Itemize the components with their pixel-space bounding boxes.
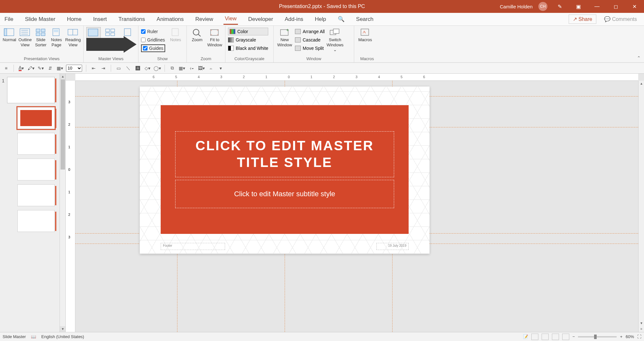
fit-to-window-icon[interactable]: ⛶	[637, 334, 641, 339]
crop-icon[interactable]: ⧉	[169, 65, 176, 72]
footer-placeholder[interactable]: Footer	[161, 243, 225, 250]
notes-toggle-icon[interactable]: 📝	[523, 334, 528, 339]
zoom-slider[interactable]	[578, 336, 617, 337]
slide-sorter-button[interactable]: Slide Sorter	[34, 27, 48, 47]
normal-view-icon[interactable]	[531, 334, 538, 340]
pen-icon[interactable]: ✎	[553, 4, 566, 10]
master-thumbnail[interactable]	[7, 77, 55, 103]
macros-button[interactable]: Macros	[357, 27, 374, 42]
switch-windows-button[interactable]: Switch Windows ⌄	[327, 27, 343, 52]
master-title-placeholder[interactable]: Click to edit Master title style	[175, 131, 394, 177]
tab-review[interactable]: Review	[194, 14, 214, 24]
tab-addins[interactable]: Add-ins	[283, 14, 305, 24]
date-placeholder[interactable]: 19 July 2019	[376, 243, 409, 250]
avatar[interactable]: CH	[538, 2, 547, 11]
tab-view[interactable]: View	[223, 14, 238, 25]
tab-transitions[interactable]: Transitions	[117, 14, 147, 24]
shape-outline-icon[interactable]: ✎▾	[37, 65, 44, 72]
user-name: Camille Holden	[500, 4, 533, 9]
distribute-icon[interactable]: ⫠	[207, 65, 214, 72]
shapes-icon[interactable]: ◇▾	[144, 65, 151, 72]
arrange-icon[interactable]: ▦▾	[56, 65, 63, 72]
oval-icon[interactable]: ◯▾	[154, 65, 161, 72]
arrange-all-button[interactable]: Arrange All	[295, 28, 325, 35]
align-icon[interactable]: ⫞▾	[188, 65, 195, 72]
layout-thumbnail-3[interactable]	[17, 159, 55, 180]
new-window-button[interactable]: +New Window	[276, 27, 293, 47]
ribbon-panel-view: Normal Outline View Slide Sorter Notes P…	[0, 26, 644, 63]
scroll-up-icon[interactable]: ▲	[639, 81, 644, 87]
horizontal-ruler[interactable]: 6 5 4 3 2 1 0 1 2 3 4 5 6	[75, 74, 638, 81]
comments-button[interactable]: 💬 Comments	[600, 15, 641, 23]
table-icon[interactable]: ▦▾	[178, 65, 185, 72]
line-icon[interactable]: ＼	[125, 65, 132, 72]
highlight-icon[interactable]: 🖍▾	[27, 65, 34, 72]
tab-file[interactable]: File	[3, 14, 14, 24]
scroll-up-icon[interactable]: ▲	[60, 74, 66, 79]
guides-checkbox[interactable]: Guides	[141, 44, 165, 52]
gridlines-checkbox[interactable]: Gridlines	[141, 36, 165, 44]
bw-button[interactable]: Black and White	[228, 44, 268, 52]
picture-icon[interactable]: 🖼▾	[198, 65, 205, 72]
tab-animations[interactable]: Animations	[155, 14, 185, 24]
share-button[interactable]: ↗ Share	[569, 14, 596, 24]
scroll-down-icon[interactable]: ▼	[639, 320, 644, 326]
font-color-icon[interactable]: A▾	[18, 65, 25, 72]
reading-view-button[interactable]: Reading View	[65, 27, 81, 47]
notes-page-button[interactable]: Notes Page	[50, 27, 63, 47]
handout-master-button[interactable]	[103, 27, 118, 37]
minimize-button[interactable]: —	[591, 4, 603, 9]
sorter-view-icon[interactable]	[542, 334, 549, 340]
align-left-icon[interactable]: ≡	[3, 65, 10, 72]
layout-thumbnail-1[interactable]	[17, 107, 55, 129]
decrease-indent-icon[interactable]: ⇤	[90, 65, 97, 72]
tab-home[interactable]: Home	[66, 14, 83, 24]
spellcheck-icon[interactable]: 📖	[31, 334, 36, 339]
maximize-button[interactable]: ◻	[609, 4, 622, 10]
svg-rect-7	[41, 29, 45, 32]
slide-canvas[interactable]: Click to edit Master title style Click t…	[140, 87, 430, 254]
fit-to-window-button[interactable]: Fit to Window	[207, 27, 223, 47]
thumbnail-scrollbar[interactable]: ▲ ▼	[60, 74, 65, 332]
notes-master-button[interactable]	[120, 27, 136, 37]
layout-thumbnail-4[interactable]	[17, 184, 55, 206]
slide-master-button[interactable]	[86, 27, 101, 46]
search-icon[interactable]: 🔍	[336, 14, 346, 24]
zoom-in-button[interactable]: +	[620, 334, 622, 339]
grayscale-button[interactable]: Grayscale	[228, 36, 268, 44]
slideshow-view-icon[interactable]	[562, 334, 569, 340]
scroll-down-icon[interactable]: ▼	[60, 326, 66, 332]
cascade-button[interactable]: Cascade	[295, 36, 325, 44]
scroll-thumb[interactable]	[61, 79, 65, 170]
zoom-button[interactable]: Zoom	[189, 27, 205, 42]
zoom-level[interactable]: 60%	[626, 334, 634, 339]
layout-thumbnail-5[interactable]	[17, 210, 55, 232]
master-subtitle-placeholder[interactable]: Click to edit Master subtitle style	[175, 180, 394, 208]
textbox-icon[interactable]: 🅰	[134, 65, 141, 72]
tab-search[interactable]: Search	[355, 14, 375, 24]
sort-icon[interactable]: ⇵	[47, 65, 54, 72]
tab-developer[interactable]: Developer	[247, 14, 275, 24]
close-button[interactable]: ✕	[628, 4, 641, 10]
tab-help[interactable]: Help	[314, 14, 327, 24]
editor-scrollbar[interactable]: ▲ ▼ ≡	[638, 81, 644, 332]
reading-view-icon[interactable]	[552, 334, 559, 340]
layout-thumbnail-2[interactable]	[17, 133, 55, 155]
scroll-split-icon[interactable]: ≡	[639, 326, 644, 332]
vertical-ruler[interactable]: 3 2 1 0 1 2 3	[66, 81, 75, 332]
collapse-ribbon-icon[interactable]: ⌃	[637, 55, 641, 60]
rectangle-icon[interactable]: ▭	[115, 65, 122, 72]
more-commands-icon[interactable]: ▾	[217, 65, 224, 72]
tab-insert[interactable]: Insert	[92, 14, 108, 24]
normal-view-button[interactable]: Normal	[3, 27, 16, 42]
ruler-checkbox[interactable]: Ruler	[141, 28, 165, 35]
color-button[interactable]: Color	[228, 28, 268, 35]
increase-indent-icon[interactable]: ⇥	[100, 65, 107, 72]
zoom-out-button[interactable]: −	[573, 334, 575, 339]
status-language[interactable]: English (United States)	[41, 334, 84, 339]
font-size-select[interactable]: 10	[66, 65, 82, 72]
outline-view-button[interactable]: Outline View	[18, 27, 32, 47]
move-split-button[interactable]: Move Split	[295, 44, 325, 52]
tab-slide-master[interactable]: Slide Master	[24, 14, 56, 24]
ribbon-display-icon[interactable]: ▣	[572, 4, 585, 10]
